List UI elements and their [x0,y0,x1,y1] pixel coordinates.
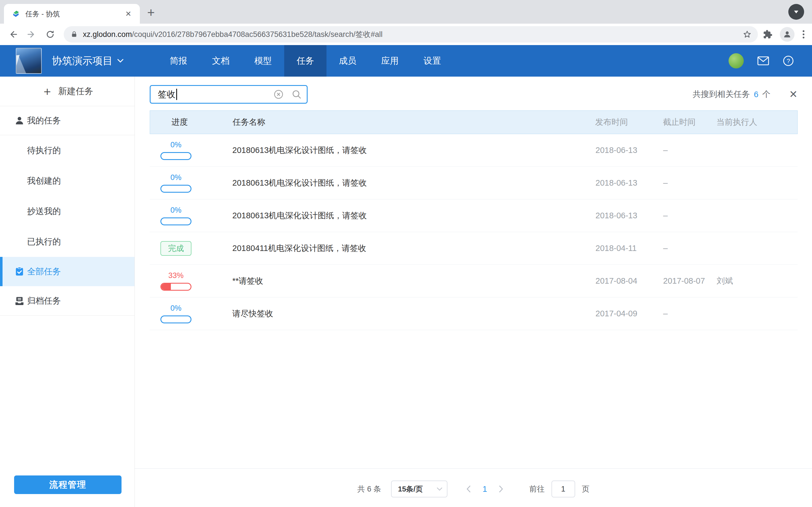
browser-tab-strip: 任务 - 协筑 ✕ + [0,0,812,24]
help-icon[interactable]: ? [783,55,794,66]
forward-arrow-icon [27,30,36,39]
mail-icon[interactable] [757,56,769,65]
lock-icon [70,31,78,38]
table-row[interactable]: 0% 20180613机电深化设计图纸，请签收 2018-06-13 – [150,200,798,232]
tab-close-icon[interactable]: ✕ [123,8,134,19]
due-date: – [660,309,711,318]
sidebar-item-executed[interactable]: 已执行的 [0,226,135,257]
browser-profile-button[interactable] [780,27,795,42]
table-header: 进度 任务名称 发布时间 截止时间 当前执行人 [150,110,798,134]
reload-button[interactable] [44,28,56,41]
text-caret [176,89,177,100]
progress-indicator: 0% [160,304,192,323]
table-row[interactable]: 完成 20180411机电深化设计图纸，请签收 2018-04-11 – [150,232,798,265]
task-name-link[interactable]: 20180613机电深化设计图纸，请签收 [217,145,589,156]
progress-bar [160,283,192,291]
progress-indicator: 0% [160,173,192,193]
progress-indicator: 0% [160,140,192,160]
task-name-link[interactable]: 请尽快签收 [217,308,589,320]
menu-item-briefing[interactable]: 简报 [157,45,200,76]
sidebar-item-pending[interactable]: 待执行的 [0,135,135,166]
main-content: 签收 共搜到相关任务 6 个 ✕ [135,76,812,507]
current-page[interactable]: 1 [478,485,491,494]
url-bar[interactable]: xz.glodon.com/coqui/v2016/278b7967ebba47… [64,26,758,43]
menu-item-settings[interactable]: 设置 [411,45,453,76]
menu-item-documents[interactable]: 文档 [200,45,242,76]
table-row[interactable]: 0% 20180613机电深化设计图纸，请签收 2018-06-13 – [150,167,798,200]
progress-indicator: 33% [160,271,192,291]
url-path: /coqui/v2016/278b7967ebba4708ac566375631… [132,30,383,39]
back-button[interactable] [7,28,19,41]
sidebar-item-cc-to-me[interactable]: 抄送我的 [0,196,135,226]
table-row[interactable]: 0% 20180613机电深化设计图纸，请签收 2018-06-13 – [150,134,798,167]
header-task-name: 任务名称 [218,117,589,128]
project-thumbnail[interactable] [16,48,42,74]
site-favicon-icon [12,10,20,18]
menu-item-models[interactable]: 模型 [242,45,284,76]
process-management-button[interactable]: 流程管理 [14,475,121,494]
task-name-link[interactable]: 20180613机电深化设计图纸，请签收 [217,210,589,221]
browser-menu-kebab-icon[interactable] [802,30,805,39]
header-progress: 进度 [150,117,218,128]
archive-icon [13,295,26,306]
progress-bar [160,316,192,323]
due-date: – [660,211,711,220]
task-name-link[interactable]: 20180411机电深化设计图纸，请签收 [217,243,589,254]
close-search-icon[interactable]: ✕ [789,89,798,100]
progress-bar [160,217,192,225]
progress-label: 0% [160,304,192,313]
profile-person-icon [783,30,792,39]
clear-search-icon[interactable] [273,89,284,100]
sidebar-item-created-by-me[interactable]: 我创建的 [0,166,135,196]
browser-toolbar: xz.glodon.com/coqui/v2016/278b7967ebba47… [0,24,812,45]
publish-date: 2018-06-13 [589,211,660,220]
progress-indicator: 0% [160,206,192,225]
sidebar-item-label: 抄送我的 [27,206,61,217]
publish-date: 2017-08-04 [589,276,660,286]
app-navbar: 协筑演示项目 简报 文档 模型 任务 成员 应用 设置 ? [0,45,812,76]
menu-item-members[interactable]: 成员 [326,45,369,76]
tab-search-button[interactable] [788,4,804,20]
prev-page-button[interactable] [459,485,478,493]
next-page-button[interactable] [491,485,511,493]
header-due-date: 截止时间 [659,117,710,128]
search-value: 签收 [158,89,175,100]
menu-item-apps[interactable]: 应用 [369,45,411,76]
search-result-summary: 共搜到相关任务 6 个 [693,89,770,100]
task-table: 进度 任务名称 发布时间 截止时间 当前执行人 0% 20180613机电深化设… [150,110,798,330]
sidebar-item-archived-tasks[interactable]: 归档任务 [0,286,135,316]
sidebar-item-my-tasks[interactable]: 我的任务 [0,106,135,135]
progress-label: 0% [160,140,192,149]
result-suffix: 个 [762,89,770,100]
bookmark-star-icon[interactable] [743,30,752,39]
pagination-bar: 共 6 条 15条/页 1 前往 1 页 [135,468,812,507]
goto-page-input[interactable]: 1 [552,481,575,497]
due-date: – [660,146,711,155]
goto-label: 前往 [529,484,545,494]
result-count: 6 [754,90,758,99]
table-body: 0% 20180613机电深化设计图纸，请签收 2018-06-13 – 0% … [150,134,798,330]
search-icon[interactable] [292,89,302,100]
pagination-total: 共 6 条 [357,484,381,494]
sidebar: ＋ 新建任务 我的任务 待执行的 我创建的 抄送我的 已执行的 [0,76,135,507]
sidebar-item-label: 归档任务 [27,295,61,307]
menu-item-tasks[interactable]: 任务 [284,45,326,76]
header-publish-date: 发布时间 [589,117,659,128]
project-switcher[interactable]: 协筑演示项目 [52,54,123,68]
new-tab-button[interactable]: + [147,4,155,21]
task-name-link[interactable]: 20180613机电深化设计图纸，请签收 [217,177,589,189]
search-input[interactable]: 签收 [150,85,308,104]
table-row[interactable]: 33% **请签收 2017-08-04 2017-08-07 刘斌 [150,265,798,297]
forward-button[interactable] [26,28,38,41]
extensions-puzzle-icon[interactable] [763,30,772,39]
sidebar-item-all-tasks[interactable]: 全部任务 [0,257,135,286]
publish-date: 2018-06-13 [589,178,660,187]
page-size-select[interactable]: 15条/页 [391,481,448,497]
task-name-link[interactable]: **请签收 [217,276,589,287]
user-avatar[interactable] [728,53,744,68]
table-row[interactable]: 0% 请尽快签收 2017-04-09 – [150,297,798,330]
new-task-button[interactable]: ＋ 新建任务 [0,76,135,106]
browser-tab[interactable]: 任务 - 协筑 ✕ [4,4,140,24]
user-icon [13,115,26,126]
publish-date: 2018-06-13 [589,146,660,155]
